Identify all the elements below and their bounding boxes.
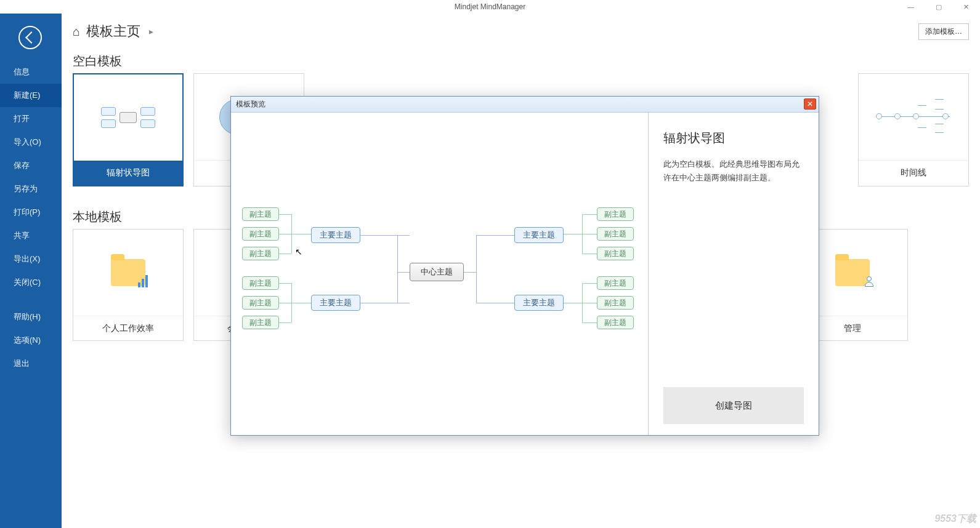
node-main: 主要主题 <box>514 227 564 243</box>
node-sub: 副主题 <box>242 316 279 329</box>
sidebar-item-import[interactable]: 导入(O) <box>0 130 62 154</box>
node-sub: 副主题 <box>242 207 279 221</box>
sidebar-item-print[interactable]: 打印(P) <box>0 201 62 224</box>
minimize-button[interactable]: — <box>897 0 925 14</box>
sidebar-item-share[interactable]: 共享 <box>0 224 62 247</box>
back-arrow-icon <box>25 31 38 44</box>
app-title: Mindjet MindManager <box>455 2 525 11</box>
info-pane: 辐射状导图 此为空白模板。此经典思维导图布局允许在中心主题两侧编排副主题。 创建… <box>649 113 819 435</box>
local-card-0[interactable]: 个人工作效率 <box>73 229 184 341</box>
sidebar-item-new[interactable]: 新建(E) <box>0 84 62 107</box>
node-main: 主要主题 <box>311 295 360 311</box>
template-preview-dialog: 模板预览 ✕ 中心主题 主要主题 主要主题 主要主题 主要主题 <box>230 96 819 436</box>
cursor-icon: ↖ <box>295 247 302 257</box>
maximize-button[interactable]: ▢ <box>925 0 952 14</box>
info-title: 辐射状导图 <box>663 130 804 146</box>
section-blank-title: 空白模板 <box>62 46 980 73</box>
local-caption-0: 个人工作效率 <box>73 316 183 340</box>
template-card-radial[interactable]: 辐射状导图 <box>73 73 184 186</box>
content-area: ⌂ 模板主页 ▸ 添加模板… 空白模板 <box>62 14 980 528</box>
info-description: 此为空白模板。此经典思维导图布局允许在中心主题两侧编排副主题。 <box>663 158 804 185</box>
dialog-titlebar[interactable]: 模板预览 ✕ <box>231 97 819 113</box>
breadcrumb-title: 模板主页 <box>86 22 140 41</box>
template-thumb-radial <box>74 74 182 161</box>
node-sub: 副主题 <box>242 276 279 290</box>
close-window-button[interactable]: ✕ <box>952 0 980 14</box>
preview-pane: 中心主题 主要主题 主要主题 主要主题 主要主题 副主题 副主题 副主题 <box>231 113 649 435</box>
node-sub: 副主题 <box>597 207 634 221</box>
create-map-button[interactable]: 创建导图 <box>663 387 804 424</box>
sidebar-item-options[interactable]: 选项(N) <box>0 329 62 352</box>
sidebar-item-help[interactable]: 帮助(H) <box>0 305 62 329</box>
template-caption-timeline: 时间线 <box>859 160 968 185</box>
template-caption-radial: 辐射状导图 <box>74 161 182 185</box>
node-sub: 副主题 <box>597 296 634 310</box>
dialog-close-button[interactable]: ✕ <box>804 98 816 110</box>
node-sub: 副主题 <box>597 247 634 260</box>
sidebar-item-saveas[interactable]: 另存为 <box>0 177 62 201</box>
sidebar-item-exit[interactable]: 退出 <box>0 352 62 375</box>
breadcrumb: ⌂ 模板主页 ▸ <box>73 22 153 41</box>
file-sidebar: 信息 新建(E) 打开 导入(O) 保存 另存为 打印(P) 共享 导出(X) … <box>0 14 62 528</box>
node-center: 中心主题 <box>410 263 464 281</box>
home-icon[interactable]: ⌂ <box>73 25 80 39</box>
template-thumb-timeline <box>859 74 968 160</box>
folder-thumb <box>73 230 183 316</box>
watermark: 9553下载 <box>934 513 976 526</box>
sidebar-item-info[interactable]: 信息 <box>0 60 62 84</box>
add-template-button[interactable]: 添加模板… <box>918 23 969 40</box>
window-controls: — ▢ ✕ <box>897 0 980 14</box>
sidebar-item-close[interactable]: 关闭(C) <box>0 271 62 294</box>
node-sub: 副主题 <box>597 316 634 329</box>
node-main: 主要主题 <box>514 295 564 311</box>
sidebar-item-open[interactable]: 打开 <box>0 107 62 130</box>
node-sub: 副主题 <box>242 296 279 310</box>
template-card-timeline[interactable]: 时间线 <box>858 73 969 186</box>
node-sub: 副主题 <box>597 276 634 290</box>
sidebar-item-save[interactable]: 保存 <box>0 154 62 177</box>
dialog-title: 模板预览 <box>236 99 265 110</box>
back-button[interactable] <box>18 26 42 49</box>
node-sub: 副主题 <box>242 227 279 241</box>
chevron-right-icon: ▸ <box>149 26 153 36</box>
titlebar: Mindjet MindManager — ▢ ✕ <box>0 0 980 14</box>
sidebar-item-export[interactable]: 导出(X) <box>0 247 62 271</box>
node-main: 主要主题 <box>311 227 360 243</box>
node-sub: 副主题 <box>597 227 634 241</box>
node-sub: 副主题 <box>242 247 279 260</box>
